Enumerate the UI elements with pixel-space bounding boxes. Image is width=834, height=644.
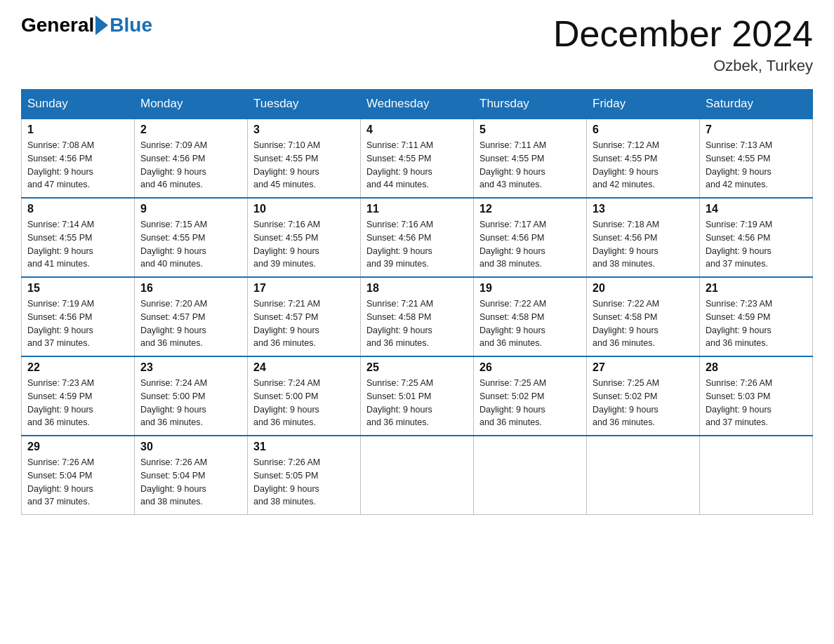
calendar-cell bbox=[474, 436, 587, 515]
day-info: Sunrise: 7:23 AMSunset: 4:59 PMDaylight:… bbox=[706, 297, 807, 350]
calendar-cell: 13Sunrise: 7:18 AMSunset: 4:56 PMDayligh… bbox=[587, 198, 700, 277]
week-row-1: 1Sunrise: 7:08 AMSunset: 4:56 PMDaylight… bbox=[22, 119, 813, 198]
day-info: Sunrise: 7:08 AMSunset: 4:56 PMDaylight:… bbox=[27, 139, 128, 192]
day-number: 12 bbox=[479, 203, 581, 215]
day-info: Sunrise: 7:16 AMSunset: 4:56 PMDaylight:… bbox=[366, 218, 468, 271]
calendar-cell bbox=[700, 436, 813, 515]
day-info: Sunrise: 7:25 AMSunset: 5:01 PMDaylight:… bbox=[366, 377, 468, 429]
weekday-header-monday: Monday bbox=[135, 90, 248, 119]
day-info: Sunrise: 7:16 AMSunset: 4:55 PMDaylight:… bbox=[253, 218, 355, 271]
day-info: Sunrise: 7:10 AMSunset: 4:55 PMDaylight:… bbox=[253, 139, 355, 192]
title-section: December 2024 Ozbek, Turkey bbox=[553, 14, 813, 75]
calendar-cell: 27Sunrise: 7:25 AMSunset: 5:02 PMDayligh… bbox=[587, 356, 700, 436]
calendar-cell: 14Sunrise: 7:19 AMSunset: 4:56 PMDayligh… bbox=[700, 198, 813, 277]
calendar-cell: 31Sunrise: 7:26 AMSunset: 5:05 PMDayligh… bbox=[248, 436, 361, 515]
day-info: Sunrise: 7:24 AMSunset: 5:00 PMDaylight:… bbox=[253, 377, 355, 429]
day-number: 2 bbox=[140, 123, 241, 136]
calendar-table: SundayMondayTuesdayWednesdayThursdayFrid… bbox=[21, 89, 813, 515]
day-info: Sunrise: 7:23 AMSunset: 4:59 PMDaylight:… bbox=[27, 377, 128, 429]
day-number: 31 bbox=[253, 441, 355, 453]
day-info: Sunrise: 7:11 AMSunset: 4:55 PMDaylight:… bbox=[366, 139, 468, 192]
day-info: Sunrise: 7:26 AMSunset: 5:03 PMDaylight:… bbox=[706, 377, 807, 429]
day-number: 14 bbox=[706, 203, 807, 215]
day-number: 11 bbox=[366, 203, 468, 215]
day-number: 6 bbox=[593, 123, 694, 136]
calendar-cell bbox=[587, 436, 700, 515]
calendar-cell: 4Sunrise: 7:11 AMSunset: 4:55 PMDaylight… bbox=[361, 119, 474, 198]
day-info: Sunrise: 7:21 AMSunset: 4:58 PMDaylight:… bbox=[366, 297, 468, 350]
day-info: Sunrise: 7:12 AMSunset: 4:55 PMDaylight:… bbox=[593, 139, 694, 192]
day-number: 21 bbox=[706, 282, 807, 295]
calendar-cell: 26Sunrise: 7:25 AMSunset: 5:02 PMDayligh… bbox=[474, 356, 587, 436]
location-subtitle: Ozbek, Turkey bbox=[553, 57, 813, 75]
weekday-header-thursday: Thursday bbox=[474, 90, 587, 119]
calendar-cell: 10Sunrise: 7:16 AMSunset: 4:55 PMDayligh… bbox=[248, 198, 361, 277]
day-number: 26 bbox=[479, 361, 581, 374]
day-number: 23 bbox=[140, 361, 241, 374]
day-info: Sunrise: 7:13 AMSunset: 4:55 PMDaylight:… bbox=[706, 139, 807, 192]
month-title: December 2024 bbox=[553, 14, 813, 54]
day-info: Sunrise: 7:26 AMSunset: 5:04 PMDaylight:… bbox=[27, 456, 128, 509]
day-number: 17 bbox=[253, 282, 355, 295]
day-info: Sunrise: 7:18 AMSunset: 4:56 PMDaylight:… bbox=[593, 218, 694, 271]
week-row-2: 8Sunrise: 7:14 AMSunset: 4:55 PMDaylight… bbox=[22, 198, 813, 277]
calendar-cell: 8Sunrise: 7:14 AMSunset: 4:55 PMDaylight… bbox=[22, 198, 135, 277]
weekday-header-row: SundayMondayTuesdayWednesdayThursdayFrid… bbox=[22, 90, 813, 119]
calendar-cell bbox=[361, 436, 474, 515]
logo: General Blue bbox=[21, 14, 152, 36]
day-number: 24 bbox=[253, 361, 355, 374]
calendar-cell: 5Sunrise: 7:11 AMSunset: 4:55 PMDaylight… bbox=[474, 119, 587, 198]
calendar-cell: 22Sunrise: 7:23 AMSunset: 4:59 PMDayligh… bbox=[22, 356, 135, 436]
day-number: 8 bbox=[27, 203, 128, 215]
day-number: 25 bbox=[366, 361, 468, 374]
day-number: 15 bbox=[27, 282, 128, 295]
day-info: Sunrise: 7:09 AMSunset: 4:56 PMDaylight:… bbox=[140, 139, 241, 192]
day-number: 20 bbox=[593, 282, 694, 295]
day-number: 5 bbox=[479, 123, 581, 136]
calendar-cell: 9Sunrise: 7:15 AMSunset: 4:55 PMDaylight… bbox=[135, 198, 248, 277]
logo-general-text: General bbox=[21, 14, 94, 36]
calendar-cell: 2Sunrise: 7:09 AMSunset: 4:56 PMDaylight… bbox=[135, 119, 248, 198]
calendar-cell: 30Sunrise: 7:26 AMSunset: 5:04 PMDayligh… bbox=[135, 436, 248, 515]
calendar-cell: 28Sunrise: 7:26 AMSunset: 5:03 PMDayligh… bbox=[700, 356, 813, 436]
day-info: Sunrise: 7:22 AMSunset: 4:58 PMDaylight:… bbox=[593, 297, 694, 350]
calendar-cell: 11Sunrise: 7:16 AMSunset: 4:56 PMDayligh… bbox=[361, 198, 474, 277]
day-number: 18 bbox=[366, 282, 468, 295]
day-number: 30 bbox=[140, 441, 241, 453]
week-row-4: 22Sunrise: 7:23 AMSunset: 4:59 PMDayligh… bbox=[22, 356, 813, 436]
day-info: Sunrise: 7:19 AMSunset: 4:56 PMDaylight:… bbox=[706, 218, 807, 271]
logo-blue-text: Blue bbox=[110, 14, 152, 36]
weekday-header-friday: Friday bbox=[587, 90, 700, 119]
day-number: 29 bbox=[27, 441, 128, 453]
calendar-cell: 6Sunrise: 7:12 AMSunset: 4:55 PMDaylight… bbox=[587, 119, 700, 198]
calendar-cell: 23Sunrise: 7:24 AMSunset: 5:00 PMDayligh… bbox=[135, 356, 248, 436]
week-row-3: 15Sunrise: 7:19 AMSunset: 4:56 PMDayligh… bbox=[22, 277, 813, 356]
day-info: Sunrise: 7:25 AMSunset: 5:02 PMDaylight:… bbox=[593, 377, 694, 429]
day-info: Sunrise: 7:21 AMSunset: 4:57 PMDaylight:… bbox=[253, 297, 355, 350]
weekday-header-sunday: Sunday bbox=[22, 90, 135, 119]
day-number: 13 bbox=[593, 203, 694, 215]
calendar-cell: 20Sunrise: 7:22 AMSunset: 4:58 PMDayligh… bbox=[587, 277, 700, 356]
day-number: 9 bbox=[140, 203, 241, 215]
logo-arrow-icon bbox=[95, 15, 108, 35]
week-row-5: 29Sunrise: 7:26 AMSunset: 5:04 PMDayligh… bbox=[22, 436, 813, 515]
day-info: Sunrise: 7:24 AMSunset: 5:00 PMDaylight:… bbox=[140, 377, 241, 429]
day-number: 4 bbox=[366, 123, 468, 136]
day-info: Sunrise: 7:22 AMSunset: 4:58 PMDaylight:… bbox=[479, 297, 581, 350]
calendar-cell: 24Sunrise: 7:24 AMSunset: 5:00 PMDayligh… bbox=[248, 356, 361, 436]
day-number: 28 bbox=[706, 361, 807, 374]
page-header: General Blue December 2024 Ozbek, Turkey bbox=[21, 14, 813, 75]
weekday-header-saturday: Saturday bbox=[700, 90, 813, 119]
day-number: 27 bbox=[593, 361, 694, 374]
calendar-cell: 29Sunrise: 7:26 AMSunset: 5:04 PMDayligh… bbox=[22, 436, 135, 515]
calendar-cell: 17Sunrise: 7:21 AMSunset: 4:57 PMDayligh… bbox=[248, 277, 361, 356]
calendar-cell: 18Sunrise: 7:21 AMSunset: 4:58 PMDayligh… bbox=[361, 277, 474, 356]
day-number: 1 bbox=[27, 123, 128, 136]
day-info: Sunrise: 7:14 AMSunset: 4:55 PMDaylight:… bbox=[27, 218, 128, 271]
day-info: Sunrise: 7:19 AMSunset: 4:56 PMDaylight:… bbox=[27, 297, 128, 350]
day-number: 16 bbox=[140, 282, 241, 295]
day-number: 19 bbox=[479, 282, 581, 295]
day-info: Sunrise: 7:20 AMSunset: 4:57 PMDaylight:… bbox=[140, 297, 241, 350]
weekday-header-tuesday: Tuesday bbox=[248, 90, 361, 119]
day-number: 7 bbox=[706, 123, 807, 136]
